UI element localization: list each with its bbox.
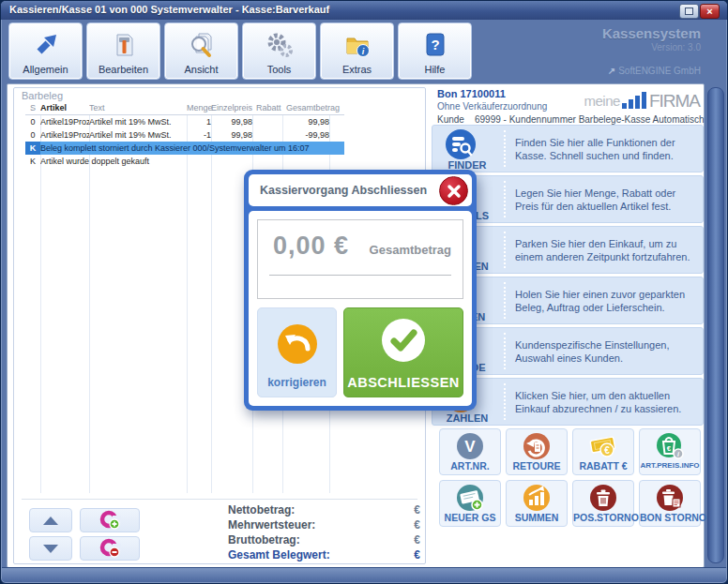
- restore-icon: [685, 7, 693, 15]
- function-finder[interactable]: FINDER Finden Sie hier alle Funktionen d…: [432, 125, 704, 172]
- toolbar-button-extras[interactable]: i Extras: [320, 22, 394, 80]
- toolbar-button-bearbeiten[interactable]: Bearbeiten: [86, 22, 160, 80]
- titlebar: Kassieren/Kasse 01 von 000 Systemverwalt…: [1, 1, 727, 20]
- pos-storno-icon: [573, 483, 633, 512]
- company-link[interactable]: ↗SoftENGINE GmbH: [608, 66, 701, 76]
- edit-hammer-icon: [110, 28, 138, 62]
- action-pos-storno[interactable]: POS.STORNO: [572, 480, 634, 527]
- storno-message: Beleg komplett storniert durch Kassierer…: [40, 142, 344, 155]
- artnr-icon: V: [440, 431, 500, 460]
- toolbar-button-ansicht[interactable]: Ansicht: [164, 22, 238, 80]
- action-neuer-gs[interactable]: NEUER GS: [439, 480, 501, 527]
- restore-button[interactable]: [679, 4, 699, 19]
- vertical-scrollbar[interactable]: [707, 87, 724, 563]
- logo-bars-icon: [622, 92, 646, 109]
- summen-icon: [507, 483, 567, 512]
- gears-icon: [265, 28, 294, 62]
- total-amount: 0,00 €: [273, 232, 349, 261]
- total-mwst: Mehrwertsteuer:€: [228, 517, 420, 532]
- customer-info: Kunde69999 - Kundennummer Barbelege-Kass…: [437, 114, 705, 125]
- bon-number: Bon 17100011: [437, 88, 506, 99]
- table-row[interactable]: K Artikel wurde doppelt gekauft: [25, 155, 344, 168]
- action-rabatt[interactable]: € RABATT €: [572, 428, 634, 475]
- art-preis-info-icon: €i: [640, 431, 700, 460]
- table-row[interactable]: 0 Artikel19Prozer Artikel mit 19% MwSt. …: [25, 128, 344, 142]
- action-art-preis-info[interactable]: €i ART.PREIS.INFO: [639, 428, 701, 475]
- external-link-arrow-icon: ↗: [608, 66, 615, 76]
- brand-title: Kassensystem: [602, 25, 701, 41]
- status-bar: [2, 567, 726, 582]
- dialog-close-button[interactable]: [439, 176, 468, 205]
- svg-text:€: €: [667, 444, 672, 453]
- toolbar-button-hilfe[interactable]: ? Hilfe: [398, 22, 472, 80]
- meine-firma-logo: meine FIRMA: [584, 92, 700, 110]
- amount-underline: [269, 275, 451, 276]
- folder-info-icon: i: [343, 28, 372, 62]
- remove-position-icon: [99, 537, 121, 560]
- dialog-titlebar: Kassiervorgang Abschliessen: [249, 174, 472, 206]
- retoure-icon: [507, 431, 567, 460]
- svg-text:?: ?: [431, 37, 439, 52]
- total-netto: Nettobetrag:€: [228, 502, 420, 517]
- table-row-selected[interactable]: K Beleg komplett storniert durch Kassier…: [25, 142, 344, 155]
- finder-icon: [445, 128, 477, 160]
- arrow-down-icon: [43, 545, 58, 553]
- action-bon-storno[interactable]: BON STORNO: [639, 480, 701, 527]
- neuer-gs-icon: [440, 483, 500, 512]
- arrow-up-icon: [43, 517, 58, 525]
- receipt-panel-title: Barbeleg: [22, 90, 63, 101]
- svg-text:V: V: [464, 438, 476, 456]
- brand-version: Version: 3.0: [602, 42, 701, 52]
- action-retoure[interactable]: RETOURE: [506, 428, 568, 475]
- seller-info: Ohne Verkäuferzuordnung: [437, 101, 547, 112]
- rabatt-icon: €: [573, 431, 633, 460]
- korrigieren-button[interactable]: korrigieren: [257, 307, 337, 397]
- totals-block: Nettobetrag:€ Mehrwertsteuer:€ Bruttobet…: [228, 502, 420, 562]
- action-summen[interactable]: SUMMEN: [506, 480, 568, 527]
- nav-arrow-icon: [32, 28, 60, 62]
- remove-position-button[interactable]: [80, 536, 140, 561]
- close-x-icon: [447, 184, 462, 199]
- total-belegwert: Gesamt Belegwert:€: [228, 547, 420, 562]
- window-title: Kassieren/Kasse 01 von 000 Systemverwalt…: [1, 1, 727, 15]
- add-position-icon: [99, 509, 121, 532]
- scroll-up-button[interactable]: [29, 508, 72, 532]
- footer-separator: [22, 499, 417, 500]
- action-artnr[interactable]: V ART.NR.: [439, 428, 501, 475]
- total-brutto: Bruttobetrag:€: [228, 532, 420, 547]
- brand-block: Kassensystem Version: 3.0: [602, 25, 701, 52]
- amount-display[interactable]: 0,00 € Gesamtbetrag: [257, 219, 463, 299]
- abschliessen-button[interactable]: ABSCHLIESSEN: [343, 307, 463, 397]
- app-window: Kassieren/Kasse 01 von 000 Systemverwalt…: [0, 0, 728, 584]
- add-position-button[interactable]: [80, 508, 140, 532]
- toolbar-button-tools[interactable]: Tools: [242, 22, 316, 80]
- checkout-dialog: Kassiervorgang Abschliessen 0,00 € Gesam…: [244, 170, 477, 411]
- receipt-table: S Artikel Text Menge Einzelpreis Rabatt …: [25, 101, 344, 168]
- table-header-row: S Artikel Text Menge Einzelpreis Rabatt …: [25, 101, 344, 115]
- undo-arrow-icon: [277, 323, 318, 365]
- table-row[interactable]: 0 Artikel19Prozer Artikel mit 19% MwSt. …: [25, 115, 344, 128]
- toolbar: Allgemein Bearbeiten Ansicht Tools i Ext…: [8, 22, 472, 81]
- bon-storno-icon: [640, 483, 700, 512]
- amount-label: Gesamtbetrag: [370, 243, 451, 257]
- close-icon: ×: [706, 6, 712, 17]
- checkmark-icon: [382, 319, 425, 362]
- view-magnifier-icon: [188, 28, 216, 62]
- svg-text:€: €: [604, 445, 610, 456]
- toolbar-button-allgemein[interactable]: Allgemein: [8, 22, 83, 80]
- close-button[interactable]: ×: [700, 4, 720, 19]
- help-question-icon: ?: [421, 28, 449, 62]
- scroll-down-button[interactable]: [29, 536, 72, 561]
- dialog-body: 0,00 € Gesamtbetrag korrigieren ABSCHLIE…: [249, 211, 472, 406]
